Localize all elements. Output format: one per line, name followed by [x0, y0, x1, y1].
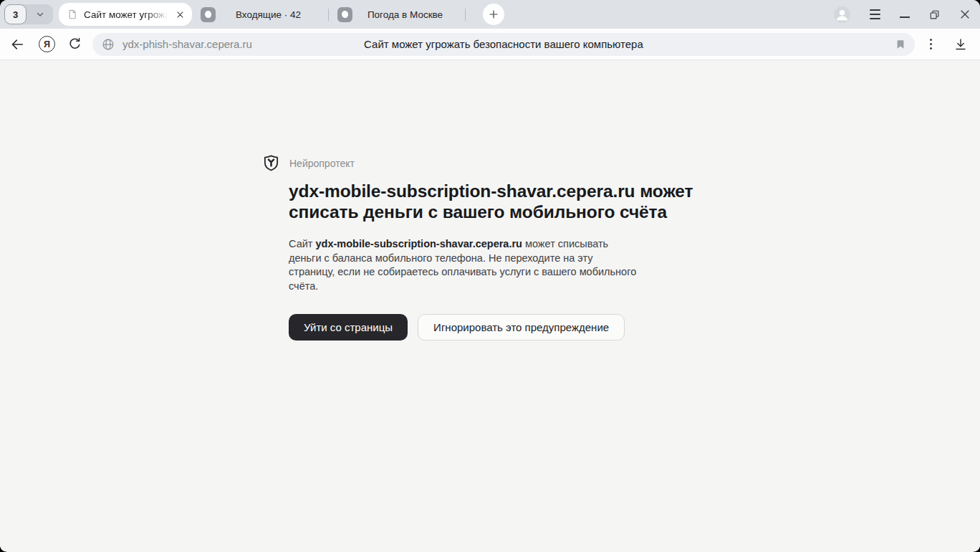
close-window-button[interactable] — [959, 9, 971, 20]
description-domain: ydx-mobile-subscription-shavar.cepera.ru — [315, 238, 522, 249]
mail-favicon — [201, 7, 216, 22]
warning-heading: ydx-mobile-subscription-shavar.cepera.ru… — [289, 181, 703, 222]
avatar[interactable] — [834, 6, 850, 23]
ignore-warning-button[interactable]: Игнорировать это предупреждение — [418, 314, 625, 341]
tab-divider — [465, 9, 466, 21]
document-icon — [67, 9, 78, 20]
bookmark-icon[interactable] — [895, 39, 906, 50]
brand-row: Нейропротект — [262, 154, 703, 172]
tab-count-badge[interactable]: 3 — [4, 4, 27, 24]
shield-icon — [262, 154, 280, 172]
back-icon[interactable] — [9, 37, 25, 52]
warning-description: Сайт ydx-mobile-subscription-shavar.cepe… — [289, 237, 638, 293]
globe-icon — [101, 37, 115, 52]
button-row: Уйти со страницы Игнорировать это предуп… — [289, 314, 703, 341]
yandex-icon[interactable]: Я — [39, 36, 55, 52]
close-icon[interactable] — [176, 10, 185, 19]
new-tab-button[interactable] — [483, 4, 504, 25]
tab-inbox[interactable]: Входящие · 42 — [192, 3, 328, 26]
menu-icon[interactable] — [870, 7, 880, 21]
tab-title: Погода в Москве — [352, 9, 458, 20]
minimize-button[interactable] — [900, 16, 910, 18]
plus-icon — [488, 9, 499, 20]
reload-icon[interactable] — [67, 37, 82, 52]
restore-button[interactable] — [929, 9, 940, 20]
user-icon — [834, 6, 850, 23]
url-text[interactable]: ydx-phish-shavar.cepera.ru — [123, 38, 252, 50]
tab-title: Входящие · 42 — [216, 9, 321, 20]
kebab-menu-icon[interactable] — [927, 37, 935, 52]
window-controls — [834, 0, 971, 29]
tab-title: Сайт может угрожать — [84, 9, 171, 20]
weather-favicon — [337, 7, 352, 22]
product-name: Нейропротект — [289, 158, 355, 169]
page-content: Нейропротект ydx-mobile-subscription-sha… — [0, 60, 980, 551]
address-bar[interactable]: ydx-phish-shavar.cepera.ru Сайт может уг… — [92, 33, 915, 56]
browser-window: 3 Сайт может угрожать Входящие · 42 Пого… — [0, 0, 980, 552]
download-icon[interactable] — [953, 37, 968, 52]
tab-active-warning[interactable]: Сайт может угрожать — [59, 3, 192, 26]
warning-block: Нейропротект ydx-mobile-subscription-sha… — [262, 154, 703, 341]
leave-page-button[interactable]: Уйти со страницы — [289, 314, 408, 341]
tab-weather[interactable]: Погода в Москве — [329, 3, 465, 26]
tab-strip: 3 Сайт может угрожать Входящие · 42 Пого… — [0, 0, 980, 29]
security-warning-title: Сайт может угрожать безопасности вашего … — [364, 38, 643, 50]
chevron-down-icon[interactable] — [27, 9, 53, 19]
toolbar: Я ydx-phish-shavar.cepera.ru Сайт может … — [0, 29, 980, 60]
tab-counter[interactable]: 3 — [4, 4, 53, 24]
description-prefix: Сайт — [289, 238, 315, 249]
